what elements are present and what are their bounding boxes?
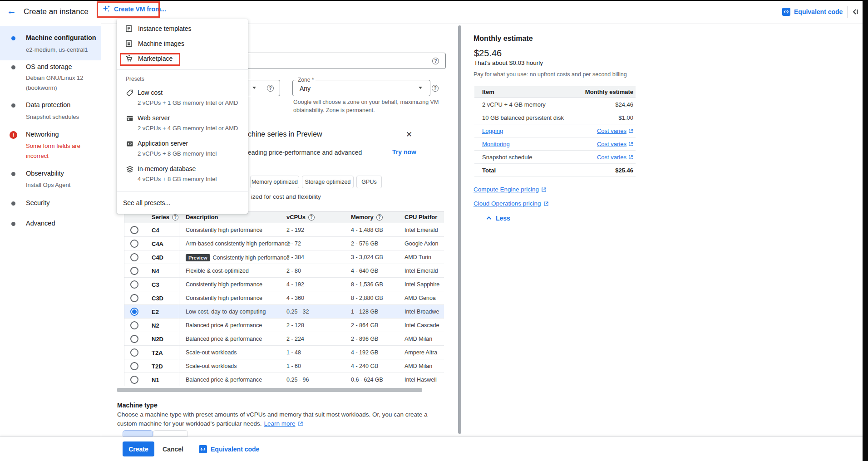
estimate-item-link[interactable]: Monitoring xyxy=(482,141,510,147)
menu-item-label: Marketplace xyxy=(138,55,173,62)
series-radio[interactable] xyxy=(130,335,138,343)
sidebar-item-label: Observability xyxy=(26,170,64,177)
memory-cell: 8 - 2,880 GB xyxy=(351,295,383,301)
menu-item-see-all-presets[interactable]: See all presets... xyxy=(123,199,170,206)
table-row[interactable]: N1Balanced price & performance0.25 - 960… xyxy=(124,373,444,386)
series-cell: N1 xyxy=(152,377,159,383)
table-row[interactable]: C3Consistently high performance4 - 1928 … xyxy=(124,278,444,291)
series-radio[interactable] xyxy=(130,348,138,357)
series-radio[interactable] xyxy=(130,294,138,302)
create-vm-from-button[interactable]: Create VM from... xyxy=(102,5,166,14)
tab-storage-optimized[interactable]: Storage optimized xyxy=(302,176,354,188)
region-caret-icon[interactable] xyxy=(252,87,256,89)
table-row[interactable]: C4DPreviewConsistently high performance2… xyxy=(124,250,444,264)
table-row[interactable]: N2Balanced price & performance2 - 1282 -… xyxy=(124,319,444,332)
memory-help-icon[interactable]: ? xyxy=(376,214,383,221)
machine-type-desc-text: custom machine for your workload's parti… xyxy=(117,420,261,427)
menu-preset-web-server[interactable]: Web server2 vCPUs + 4 GB memory Intel or… xyxy=(117,112,248,135)
estimate-row: Snapshot scheduleCost varies xyxy=(474,151,636,164)
menu-item-machine-images[interactable]: Machine images xyxy=(117,36,248,51)
try-now-link[interactable]: Try now xyxy=(392,148,416,156)
vcpus-cell: 2 - 224 xyxy=(286,336,304,342)
description-cell: Flexible & cost-optimized xyxy=(186,268,249,274)
memory-cell: 2 - 576 GB xyxy=(351,240,378,247)
menu-preset-application-server[interactable]: Application server2 vCPUs + 8 GB memory … xyxy=(117,137,248,161)
main-vertical-scrollbar[interactable] xyxy=(458,25,461,434)
machine-type-heading: Machine type xyxy=(117,402,158,409)
vcpus-help-icon[interactable]: ? xyxy=(308,214,315,221)
code-icon xyxy=(782,8,790,16)
menu-preset-low-cost[interactable]: Low cost2 vCPUs + 1 GB memory Intel or A… xyxy=(117,86,248,110)
series-radio[interactable] xyxy=(130,321,138,329)
table-row[interactable]: N2DBalanced price & performance2 - 2242 … xyxy=(124,332,444,346)
table-row[interactable]: C3DConsistently high performance4 - 3608… xyxy=(124,291,444,305)
table-row[interactable]: E2Low cost, day-to-day computing0.25 - 3… xyxy=(124,305,444,319)
estimate-value-text[interactable]: Cost varies xyxy=(597,154,626,161)
cpu-platform-cell: Intel Cascade xyxy=(404,322,439,329)
name-help-icon[interactable]: ? xyxy=(432,58,439,64)
series-radio[interactable] xyxy=(130,280,138,289)
menu-item-label: Machine images xyxy=(138,40,184,47)
menu-preset-in-memory-database[interactable]: In-memory database4 vCPUs + 8 GB memory … xyxy=(117,162,248,186)
machine-type-tab-preset[interactable] xyxy=(123,430,153,436)
table-row[interactable]: T2DScale-out workloads1 - 604 - 240 GBAM… xyxy=(124,359,444,373)
create-instance-page: ← Create an instance Create VM from... E… xyxy=(0,0,868,461)
vcpus-cell: 0.25 - 32 xyxy=(286,309,309,315)
external-link-icon xyxy=(543,201,549,206)
table-row[interactable]: C4Consistently high performance2 - 1924 … xyxy=(124,223,444,237)
estimate-value-text[interactable]: Cost varies xyxy=(597,141,626,147)
tag-icon xyxy=(126,89,134,97)
zone-caret-icon[interactable] xyxy=(419,87,422,89)
region-help-icon[interactable]: ? xyxy=(267,85,274,92)
cancel-button[interactable]: Cancel xyxy=(163,441,183,456)
description-cell: Scale-out workloads xyxy=(186,363,237,369)
code-icon xyxy=(199,445,207,453)
series-help-icon[interactable]: ? xyxy=(172,214,178,221)
table-row[interactable]: T2AScale-out workloads1 - 484 - 192 GBAm… xyxy=(124,346,444,359)
sidebar-item-label: Machine configuration xyxy=(26,34,96,41)
estimate-value-text: $24.46 xyxy=(615,101,633,108)
estimate-row: LoggingCost varies xyxy=(474,124,636,137)
series-radio[interactable] xyxy=(130,253,138,261)
estimate-hourly: That's about $0.03 hourly xyxy=(474,59,543,66)
sidebar-item-sublabel: Install Ops Agent xyxy=(26,180,94,190)
learn-more-link[interactable]: Learn more xyxy=(264,420,295,427)
banner-close-icon[interactable]: ✕ xyxy=(406,130,412,139)
machine-type-desc-line2: custom machine for your workload's parti… xyxy=(117,420,303,427)
description-cell: Consistently high performance xyxy=(186,281,262,288)
table-row[interactable]: C4AArm-based consistently high performan… xyxy=(124,237,444,250)
create-button[interactable]: Create xyxy=(123,441,154,456)
less-toggle[interactable]: Less xyxy=(486,215,510,222)
vcpus-cell: 4 - 360 xyxy=(286,295,304,301)
estimate-header-value: Monthly estimate xyxy=(585,88,633,95)
cloud-operations-pricing-link[interactable]: Cloud Operations pricing xyxy=(473,200,549,207)
series-radio[interactable] xyxy=(130,362,138,370)
table-horizontal-scrollbar[interactable] xyxy=(117,388,422,392)
series-radio[interactable] xyxy=(130,376,138,384)
zone-help-icon[interactable]: ? xyxy=(432,85,439,92)
menu-item-instance-templates[interactable]: Instance templates xyxy=(117,21,248,36)
estimate-value-link[interactable]: Cost varies xyxy=(597,141,633,147)
compute-engine-pricing-link[interactable]: Compute Engine pricing xyxy=(473,186,547,193)
estimate-value-text[interactable]: Cost varies xyxy=(597,128,626,134)
preview-banner-title: chine series in Preview xyxy=(248,130,322,138)
series-cell: C4 xyxy=(152,227,159,234)
series-radio[interactable] xyxy=(130,226,138,234)
external-link-icon xyxy=(628,128,633,133)
menu-item-marketplace[interactable]: Marketplace xyxy=(117,51,248,66)
equivalent-code-button-top[interactable]: Equivalent code xyxy=(782,8,843,16)
estimate-value-link[interactable]: Cost varies xyxy=(597,128,633,134)
tab-gpus[interactable]: GPUs xyxy=(356,176,382,188)
series-radio[interactable] xyxy=(130,308,138,316)
estimate-value-link[interactable]: Cost varies xyxy=(597,154,633,161)
table-row[interactable]: N4Flexible & cost-optimized2 - 804 - 640… xyxy=(124,264,444,278)
series-radio[interactable] xyxy=(130,240,138,248)
back-arrow-icon[interactable]: ← xyxy=(7,5,16,16)
collapse-panel-icon[interactable] xyxy=(851,7,860,16)
estimate-item-link[interactable]: Logging xyxy=(482,128,503,134)
series-radio[interactable] xyxy=(130,267,138,275)
equivalent-code-button-footer[interactable]: Equivalent code xyxy=(199,441,259,456)
cpu-platform-cell: Intel Haswell xyxy=(404,377,437,383)
tab-memory-optimized[interactable]: Memory optimized xyxy=(250,176,299,188)
machine-type-tab-custom[interactable] xyxy=(153,430,188,436)
